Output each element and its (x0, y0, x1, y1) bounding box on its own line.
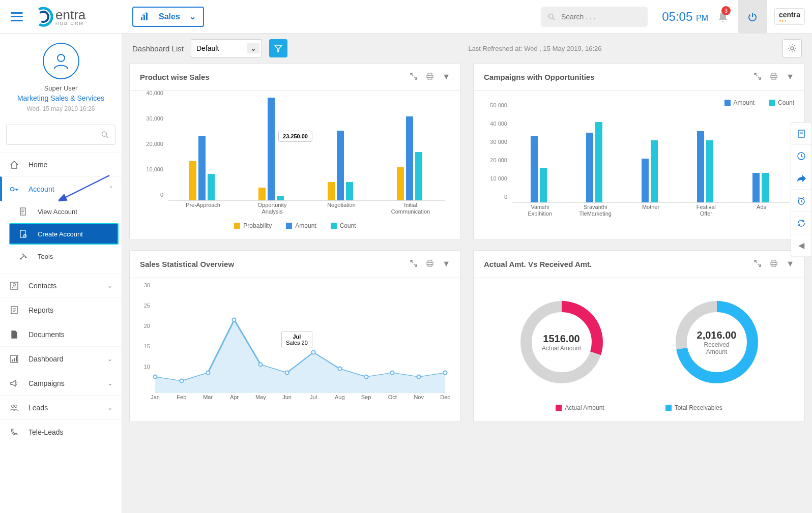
svg-line-11 (106, 136, 108, 138)
svg-point-36 (12, 405, 14, 407)
settings-button[interactable] (782, 39, 802, 57)
gear-icon (788, 44, 797, 53)
svg-line-6 (553, 18, 555, 20)
chevron-down-icon: ⌄ (107, 355, 112, 363)
collapse-panel-icon[interactable]: ◀ (791, 234, 811, 257)
logo[interactable]: entra HUB CRM (33, 7, 122, 27)
print-icon[interactable] (426, 72, 434, 82)
module-label: Sales (159, 12, 180, 21)
legend-count: Count (331, 222, 356, 229)
widget-actual-received: Actual Amt. Vs Received Amt. ▼ 1516.00Ac… (473, 250, 805, 422)
nav-view-account[interactable]: View Account (9, 201, 122, 222)
dashboard-icon (9, 354, 19, 364)
tools-icon (18, 251, 28, 261)
report-icon (9, 305, 19, 315)
expand-icon[interactable] (410, 259, 418, 269)
nav-documents[interactable]: Documents (0, 322, 122, 346)
megaphone-icon (9, 378, 19, 388)
dropdown-icon[interactable]: ▼ (442, 259, 450, 269)
nav-home[interactable]: Home (0, 152, 122, 176)
dropdown-icon[interactable]: ▼ (442, 72, 450, 82)
product-sales-chart: 010,00020,00030,00040,000 Pre-ApproachOp… (140, 99, 450, 216)
widget-sales-overview: Sales Statistical Overview ▼ 1015202530 … (129, 250, 461, 422)
dashboard-list-label: Dashboard List (132, 44, 184, 53)
global-search[interactable] (541, 7, 648, 27)
svg-point-25 (25, 257, 27, 258)
widget-title: Sales Statistical Overview (140, 260, 234, 268)
quick-history-icon[interactable] (791, 145, 811, 167)
quick-notes-icon[interactable] (791, 123, 811, 145)
phone-icon (9, 427, 19, 437)
chart-tooltip: 23.250.00 (278, 131, 312, 142)
filter-button[interactable] (269, 39, 287, 57)
legend-amount: Amount (286, 222, 316, 229)
dropdown-icon[interactable]: ▼ (786, 259, 794, 269)
chevron-down-icon: ⌄ (107, 380, 112, 387)
svg-rect-45 (428, 260, 432, 262)
leads-icon (9, 403, 19, 413)
user-date: Wed, 15 may 2019 16:26 (5, 105, 117, 112)
nav-leads[interactable]: Leads ⌄ (0, 395, 122, 419)
quick-alarm-icon[interactable] (791, 190, 811, 212)
svg-point-38 (791, 47, 794, 50)
expand-icon[interactable] (753, 259, 762, 269)
sidebar-search[interactable] (6, 125, 115, 145)
nav-reports[interactable]: Reports (0, 297, 122, 322)
sidebar-search-input[interactable] (13, 131, 101, 139)
document-icon (18, 206, 28, 217)
svg-rect-35 (16, 356, 17, 361)
svg-point-10 (102, 132, 107, 136)
nav-campaigns[interactable]: Campaigns ⌄ (0, 371, 122, 395)
logo-icon (33, 7, 53, 27)
widget-campaigns: Campaigns with Opportunities ▼ Amount Co… (473, 63, 805, 240)
donut-chart: 1516.00Actual Amount (516, 296, 607, 388)
nav-create-account[interactable]: Create Account (9, 223, 119, 245)
svg-point-37 (15, 405, 17, 407)
expand-icon[interactable] (410, 72, 418, 82)
chart-icon (140, 12, 150, 21)
hamburger-icon (11, 12, 23, 21)
menu-toggle[interactable] (0, 12, 33, 21)
nav-tools[interactable]: Tools (9, 246, 122, 267)
dropdown-icon[interactable]: ▼ (786, 72, 794, 82)
nav-teleleads[interactable]: Tele-Leads (0, 419, 122, 444)
svg-rect-33 (12, 359, 13, 361)
notif-badge: 3 (721, 6, 731, 15)
chevron-down-icon: ⌄ (107, 282, 112, 289)
key-icon (9, 184, 19, 194)
notifications-button[interactable]: 3 (708, 0, 738, 34)
svg-rect-2 (141, 17, 142, 20)
clock: 05:05 PM (662, 10, 708, 24)
legend-count: Count (769, 99, 794, 106)
brand-badge[interactable]: centra●●● (774, 8, 805, 25)
power-button[interactable] (738, 0, 767, 34)
chevron-down-icon: ⌄ (189, 12, 196, 21)
avatar[interactable] (43, 43, 79, 79)
dashboard-bar: Dashboard List Default ⌄ Last Refreshed … (129, 34, 805, 63)
legend-receivables: Total Receivables (665, 404, 722, 411)
user-name: Super User (5, 84, 117, 92)
widget-title: Campaigns with Opportunities (484, 73, 595, 81)
module-selector[interactable]: Sales ⌄ (132, 7, 204, 27)
dashboard-select[interactable]: Default ⌄ (191, 39, 262, 57)
print-icon[interactable] (426, 259, 434, 269)
quick-sync-icon[interactable] (791, 212, 811, 234)
filter-icon (274, 44, 283, 53)
svg-point-0 (33, 7, 53, 27)
nav-account[interactable]: Account ˄ (0, 176, 122, 201)
sidebar: Super User Marketing Sales & Services We… (0, 34, 122, 513)
print-icon[interactable] (770, 259, 778, 269)
expand-icon[interactable] (753, 72, 762, 82)
svg-point-12 (11, 187, 14, 191)
print-icon[interactable] (770, 72, 778, 82)
search-icon (548, 13, 555, 21)
nav-dashboard[interactable]: Dashboard ⌄ (0, 346, 122, 371)
user-profile: Super User Marketing Sales & Services We… (0, 34, 122, 119)
quick-share-icon[interactable] (791, 167, 811, 190)
nav-contacts[interactable]: Contacts ⌄ (0, 273, 122, 297)
legend-probability: Probability (234, 222, 272, 229)
svg-rect-39 (428, 73, 432, 75)
svg-rect-42 (772, 73, 776, 75)
search-input[interactable] (561, 13, 641, 21)
search-icon (101, 131, 109, 139)
